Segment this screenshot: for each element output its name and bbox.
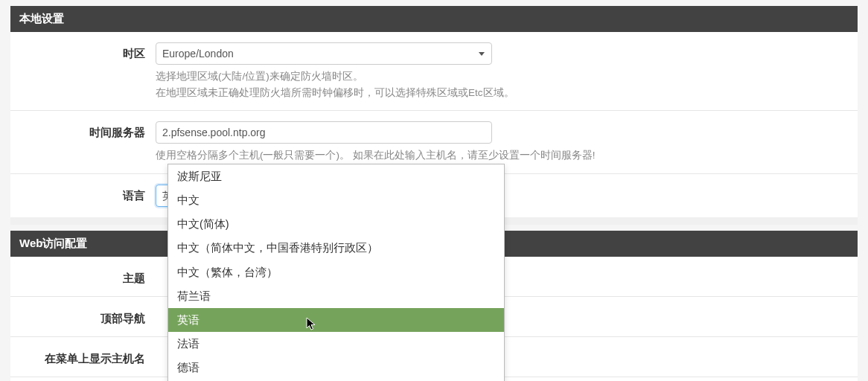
timeservers-help: 使用空格分隔多个主机(一般只需要一个)。 如果在此处输入主机名，请至少设置一个时… <box>156 148 850 163</box>
language-dropdown[interactable]: 波斯尼亚中文中文(简体)中文（简体中文，中国香港特别行政区）中文（繁体，台湾）荷… <box>167 164 505 381</box>
language-option[interactable]: 法语 <box>168 332 504 356</box>
language-option[interactable]: 荷兰语 <box>168 284 504 308</box>
language-option[interactable]: 中文（简体中文，中国香港特别行政区） <box>168 236 504 260</box>
label-timezone: 时区 <box>10 42 156 61</box>
language-option[interactable]: 中文(简体) <box>168 212 504 236</box>
timezone-select[interactable]: Europe/London <box>156 42 492 65</box>
row-timezone: 时区 Europe/London 选择地理区域(大陆/位置)来确定防火墙时区。 … <box>10 32 858 111</box>
label-timeservers: 时间服务器 <box>10 121 156 140</box>
panel-header-local: 本地设置 <box>10 6 858 32</box>
label-theme: 主题 <box>10 267 156 286</box>
label-language: 语言 <box>10 185 156 203</box>
language-option[interactable]: 英语 <box>168 308 504 332</box>
language-option[interactable]: 中文 <box>168 188 504 212</box>
timezone-help2: 在地理区域未正确处理防火墙所需时钟偏移时，可以选择特殊区域或Etc区域。 <box>156 86 850 100</box>
label-hostmenu: 在菜单上显示主机名 <box>10 348 156 366</box>
language-option[interactable]: 波斯尼亚 <box>168 164 504 188</box>
timezone-help1: 选择地理区域(大陆/位置)来确定防火墙时区。 <box>156 69 850 84</box>
language-option[interactable]: 中文（繁体，台湾） <box>168 260 504 284</box>
language-option[interactable]: 德语 <box>168 356 504 380</box>
timeservers-input[interactable] <box>156 121 492 144</box>
label-topnav: 顶部导航 <box>10 307 156 326</box>
